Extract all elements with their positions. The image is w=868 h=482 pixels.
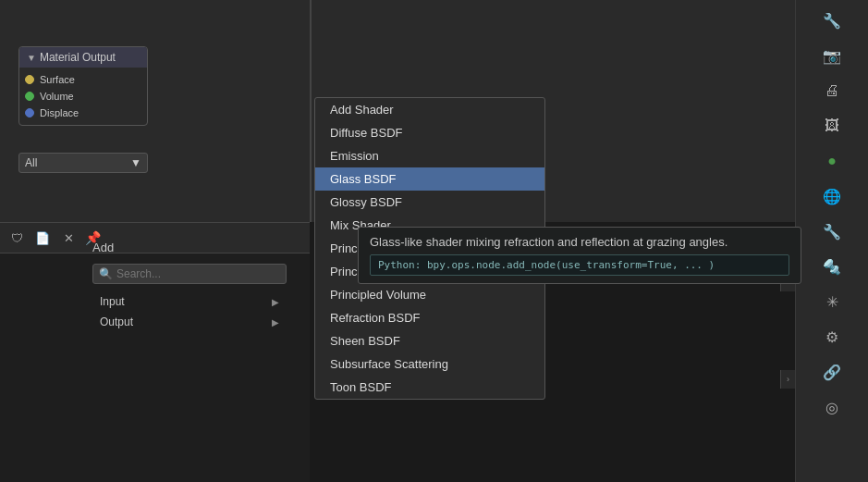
physics-icon: ⚙ bbox=[825, 328, 838, 346]
socket-displace: Displace bbox=[19, 105, 147, 121]
shader-item-emission[interactable]: Emission bbox=[315, 144, 544, 167]
viewport-divider bbox=[310, 0, 312, 222]
shader-item-glass-bsdf[interactable]: Glass BSDF bbox=[315, 167, 544, 191]
sidebar-btn-particles[interactable]: ✳ bbox=[815, 285, 849, 318]
constraints-icon: 🔗 bbox=[823, 364, 841, 381]
sidebar-btn-render[interactable]: 📷 bbox=[815, 39, 849, 72]
tooltip-box: Glass-like shader mixing refraction and … bbox=[358, 227, 801, 284]
expand-arrow-bottom[interactable]: › bbox=[780, 370, 795, 389]
submenu-output-label: Output bbox=[100, 315, 133, 328]
submenu-item-input[interactable]: Input ▶ bbox=[92, 291, 287, 312]
socket-surface: Surface bbox=[19, 71, 147, 88]
submenu-output-arrow: ▶ bbox=[272, 317, 279, 328]
output-icon: 🖨 bbox=[825, 82, 839, 99]
scene-icon: ● bbox=[827, 153, 837, 169]
particles-icon: ✳ bbox=[826, 293, 838, 311]
modifier-icon: 🔩 bbox=[823, 258, 841, 276]
sidebar-btn-wrench[interactable]: 🔧 bbox=[815, 4, 849, 37]
material-output-node: ▼ Material Output Surface Volume Displac… bbox=[18, 46, 148, 126]
search-icon: 🔍 bbox=[99, 267, 113, 280]
node-editor: 🛡 📄 ✕ 📌 bbox=[0, 222, 310, 482]
submenu-item-output[interactable]: Output ▶ bbox=[92, 312, 287, 332]
sidebar-btn-world[interactable]: 🌐 bbox=[815, 179, 849, 213]
node-body: Surface Volume Displace bbox=[19, 68, 147, 125]
copy-icon-btn[interactable]: 📄 bbox=[31, 227, 54, 249]
node-title: Material Output bbox=[40, 51, 116, 64]
add-label: Add bbox=[92, 241, 114, 254]
node-collapse-arrow[interactable]: ▼ bbox=[27, 53, 36, 63]
node-dropdown[interactable]: All ▼ bbox=[18, 153, 148, 173]
render-icon: 📷 bbox=[823, 47, 841, 65]
shader-item-toon-bsdf[interactable]: Toon BSDF bbox=[315, 376, 544, 399]
wrench-icon: 🔧 bbox=[823, 12, 841, 30]
sidebar-btn-modifier[interactable]: 🔩 bbox=[815, 250, 849, 283]
shader-item-sheen-bsdf[interactable]: Sheen BSDF bbox=[315, 329, 544, 352]
object-icon: 🔧 bbox=[823, 223, 841, 241]
dropdown-arrow-icon: ▼ bbox=[130, 156, 141, 169]
socket-volume-label: Volume bbox=[40, 91, 74, 102]
shader-item-glossy-bsdf[interactable]: Glossy BSDF bbox=[315, 191, 544, 214]
sidebar-btn-object[interactable]: 🔧 bbox=[815, 215, 849, 248]
close-icon-btn[interactable]: ✕ bbox=[57, 227, 79, 249]
node-header: ▼ Material Output bbox=[19, 47, 147, 68]
search-input[interactable] bbox=[116, 267, 280, 280]
shader-item-refraction-bsdf[interactable]: Refraction BSDF bbox=[315, 306, 544, 329]
shader-item-subsurface-scattering[interactable]: Subsurface Scattering bbox=[315, 352, 544, 376]
data-icon: ◎ bbox=[825, 399, 838, 416]
submenu-input-arrow: ▶ bbox=[272, 297, 279, 307]
submenu-input-label: Input bbox=[100, 295, 125, 308]
shader-item-add-shader[interactable]: Add Shader bbox=[315, 98, 544, 121]
socket-surface-label: Surface bbox=[40, 74, 75, 85]
sidebar-btn-physics[interactable]: ⚙ bbox=[815, 320, 849, 353]
socket-displace-dot bbox=[25, 108, 34, 117]
socket-volume-dot bbox=[25, 92, 34, 101]
sidebar-btn-output[interactable]: 🖨 bbox=[815, 74, 849, 107]
socket-volume: Volume bbox=[19, 88, 147, 105]
dropdown-value: All bbox=[25, 156, 37, 169]
socket-surface-dot bbox=[25, 75, 34, 84]
tooltip-description: Glass-like shader mixing refraction and … bbox=[370, 235, 789, 249]
search-box[interactable]: 🔍 bbox=[92, 264, 287, 284]
world-icon: 🌐 bbox=[823, 188, 841, 205]
tooltip-code: Python: bpy.ops.node.add_node(use_transf… bbox=[370, 254, 789, 276]
dropdown-select[interactable]: All ▼ bbox=[18, 153, 148, 173]
submenu-items: Input ▶ Output ▶ bbox=[92, 291, 287, 332]
sidebar-btn-viewlayer[interactable]: 🖼 bbox=[815, 109, 849, 142]
viewlayer-icon: 🖼 bbox=[825, 117, 839, 134]
sidebar-btn-data[interactable]: ◎ bbox=[815, 390, 849, 424]
shield-icon-btn[interactable]: 🛡 bbox=[6, 227, 28, 249]
node-editor-header: 🛡 📄 ✕ 📌 bbox=[0, 223, 310, 253]
shader-item-principled-volume[interactable]: Principled Volume bbox=[315, 283, 544, 306]
sidebar-btn-scene[interactable]: ● bbox=[815, 144, 849, 178]
socket-displace-label: Displace bbox=[40, 107, 79, 118]
sidebar-btn-constraints[interactable]: 🔗 bbox=[815, 355, 849, 389]
shader-item-diffuse-bsdf[interactable]: Diffuse BSDF bbox=[315, 121, 544, 144]
right-sidebar: 🔧 📷 🖨 🖼 ● 🌐 🔧 🔩 ✳ ⚙ 🔗 ◎ bbox=[795, 0, 868, 482]
